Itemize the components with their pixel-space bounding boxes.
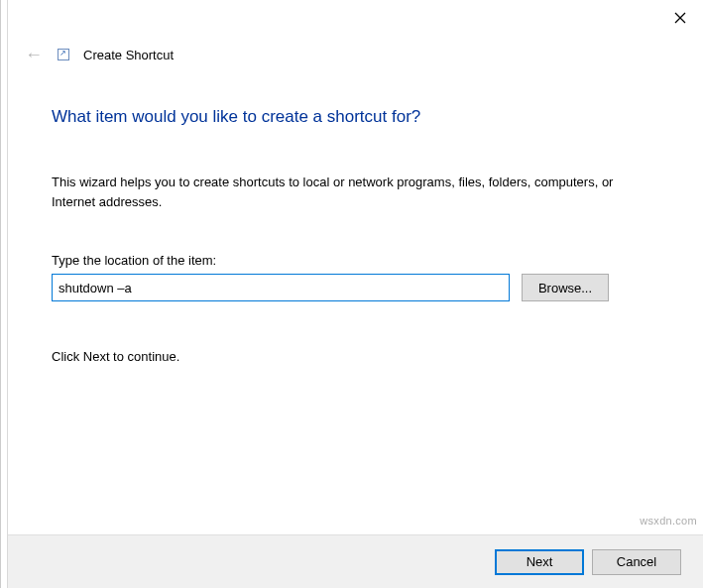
wizard-content: What item would you like to create a sho…: [52, 107, 661, 364]
close-icon: [674, 12, 686, 24]
wizard-title: Create Shortcut: [83, 48, 174, 62]
location-row: Browse...: [52, 274, 661, 301]
location-label: Type the location of the item:: [52, 253, 661, 268]
window-left-border: [0, 0, 8, 588]
next-button[interactable]: Next: [495, 549, 584, 575]
watermark-text: wsxdn.com: [640, 515, 697, 527]
wizard-footer: Next Cancel: [8, 534, 703, 588]
main-heading: What item would you like to create a sho…: [52, 107, 661, 127]
cancel-button[interactable]: Cancel: [592, 549, 681, 575]
create-shortcut-wizard: ← Create Shortcut What item would you li…: [0, 0, 703, 588]
continue-hint: Click Next to continue.: [52, 349, 661, 364]
browse-button[interactable]: Browse...: [522, 274, 609, 301]
back-arrow-icon: ←: [24, 46, 44, 63]
wizard-description: This wizard helps you to create shortcut…: [52, 173, 617, 211]
location-input[interactable]: [52, 274, 510, 301]
shortcut-icon: [58, 49, 69, 60]
titlebar: [8, 0, 703, 32]
close-button[interactable]: [665, 6, 695, 30]
wizard-header: ← Create Shortcut: [24, 46, 174, 63]
